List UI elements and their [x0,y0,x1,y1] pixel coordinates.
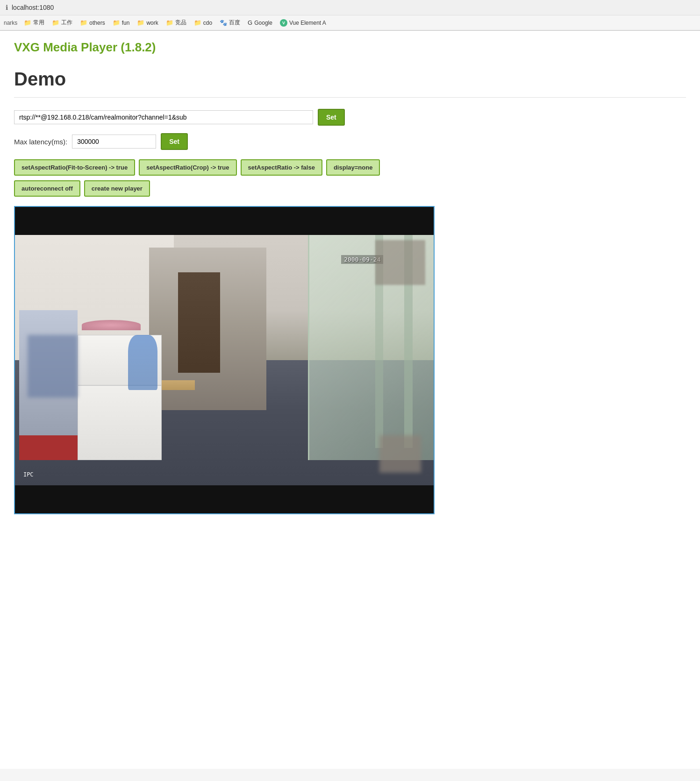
folder-icon: 📁 [166,19,173,26]
address-bar: ℹ localhost:1080 [0,0,700,15]
set-aspect-ratio-crop-button[interactable]: setAspectRatio(Crop) -> true [139,159,236,176]
bookmark-label: 工作 [61,19,72,27]
blur-person [28,335,78,398]
bookmark-item-fun[interactable]: 📁 fun [110,18,133,28]
bookmarks-bar: narks 📁 常用 📁 工作 📁 others 📁 fun 📁 work 📁 … [0,15,700,30]
door [178,272,220,372]
display-none-button[interactable]: display=none [326,159,380,176]
bookmarks-label: narks [4,20,17,26]
set-latency-button[interactable]: Set [161,133,188,150]
bookmark-item-vue[interactable]: V Vue Element A [277,18,329,28]
vue-icon: V [280,19,287,27]
bookmark-label: fun [122,20,130,26]
latency-row: Max latency(ms): Set [14,133,686,150]
folder-icon: 📁 [80,19,87,26]
divider [14,97,686,98]
fridge-bottom [19,435,78,461]
page-content: VXG Media Player (1.8.2) Demo Set Max la… [0,31,700,769]
demo-title: Demo [14,69,686,90]
bookmark-item-work1[interactable]: 📁 工作 [49,17,75,28]
folder-icon: 📁 [194,19,201,26]
bookmark-label: others [89,20,105,26]
bookmark-item-others[interactable]: 📁 others [77,18,107,28]
google-icon: G [248,19,252,26]
bookmark-item-changyon[interactable]: 📁 常用 [21,17,47,28]
bookmark-label: 竞品 [175,19,186,27]
bookmark-item-work2[interactable]: 📁 work [134,18,161,28]
bookmark-label: Google [254,20,272,26]
folder-icon: 📁 [52,19,59,26]
bookmark-label: work [146,20,158,26]
baidu-icon: 🐾 [220,19,227,26]
create-new-player-button[interactable]: create new player [84,180,150,197]
browser-chrome: ℹ localhost:1080 narks 📁 常用 📁 工作 📁 other… [0,0,700,31]
video-main: 2000-09-24 IPC [15,235,434,485]
buttons-row2: autoreconnect off create new player [14,180,686,197]
bookmark-item-jingpin[interactable]: 📁 竞品 [163,17,189,28]
appliance [78,385,161,461]
set-aspect-ratio-false-button[interactable]: setAspectRatio -> false [241,159,322,176]
folder-icon: 📁 [113,19,120,26]
bookmark-item-cdo[interactable]: 📁 cdo [191,18,215,28]
latency-input[interactable] [72,135,156,149]
water-bottle [128,335,157,390]
bookmark-item-baidu[interactable]: 🐾 百度 [217,17,243,28]
video-top-bar [15,207,434,235]
bookmark-label: 常用 [33,19,44,27]
address-text: localhost:1080 [12,4,54,11]
video-player: 2000-09-24 IPC [14,206,435,514]
url-input-row: Set [14,109,686,126]
latency-label: Max latency(ms): [14,138,67,146]
set-url-button[interactable]: Set [318,109,345,126]
bookmark-label: 百度 [229,19,240,27]
app-title: VXG Media Player (1.8.2) [14,40,686,55]
url-input[interactable] [14,110,313,124]
buttons-row1: setAspectRatio(Fit-to-Screen) -> true se… [14,159,686,176]
ipc-label: IPC [23,471,34,478]
bookmark-label: cdo [203,20,212,26]
set-aspect-ratio-fit-button[interactable]: setAspectRatio(Fit-to-Screen) -> true [14,159,135,176]
video-bottom-bar [15,485,434,513]
bookmark-label: Vue Element A [289,20,326,26]
info-icon: ℹ [6,4,8,11]
folder-icon: 📁 [24,19,31,26]
autoreconnect-off-button[interactable]: autoreconnect off [14,180,80,197]
folder-icon: 📁 [137,19,144,26]
cctv-scene: 2000-09-24 IPC [15,235,434,485]
bookmark-item-google[interactable]: G Google [245,18,275,28]
tray-lid [82,320,140,330]
blur-bottom-right [379,435,421,473]
person-inset [375,240,426,285]
